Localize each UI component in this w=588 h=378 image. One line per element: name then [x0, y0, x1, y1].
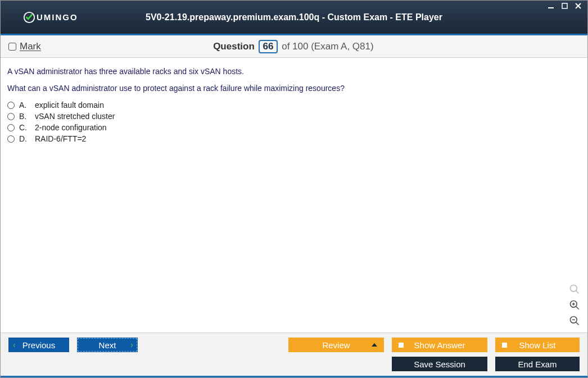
- show-answer-button[interactable]: Show Answer: [392, 338, 487, 352]
- chevron-left-icon: ‹: [13, 340, 16, 349]
- maximize-button[interactable]: [560, 2, 569, 11]
- options-list: A. explicit fault domain B. vSAN stretch…: [7, 101, 581, 143]
- save-session-button[interactable]: Save Session: [392, 357, 487, 371]
- mark-checkbox[interactable]: Mark: [8, 41, 41, 52]
- stop-icon: [399, 343, 404, 348]
- logo-text: UMINGO: [37, 12, 78, 22]
- zoom-out-button[interactable]: [568, 315, 581, 327]
- radio-icon: [7, 135, 15, 143]
- question-para-2: What can a vSAN administrator use to pro…: [7, 84, 581, 93]
- triangle-up-icon: [372, 343, 377, 347]
- close-icon: [575, 3, 582, 10]
- footer-row-1: ‹ Previous Next › Review Show Answer Sho…: [8, 338, 580, 352]
- info-bar: Mark Question 66 of 100 (Exam A, Q81): [1, 35, 587, 58]
- show-list-button[interactable]: Show List: [495, 338, 580, 352]
- svg-rect-1: [548, 7, 554, 8]
- close-button[interactable]: [574, 2, 583, 11]
- zoom-tools: [568, 283, 581, 327]
- zoom-in-button[interactable]: [568, 299, 581, 311]
- option-letter: D.: [19, 134, 30, 143]
- option-text: 2-node configuration: [35, 123, 107, 132]
- maximize-icon: [562, 3, 568, 10]
- radio-icon: [7, 124, 15, 131]
- svg-line-4: [576, 291, 579, 294]
- svg-line-10: [576, 322, 579, 325]
- footer-bar: ‹ Previous Next › Review Show Answer Sho…: [1, 333, 587, 377]
- end-exam-label: End Exam: [518, 359, 557, 369]
- mark-label: Mark: [20, 41, 41, 52]
- svg-point-3: [571, 285, 577, 292]
- search-button[interactable]: [568, 283, 581, 295]
- window-title: 5V0-21.19.prepaway.premium.exam.100q - C…: [1, 12, 587, 22]
- zoom-in-icon: [569, 299, 580, 311]
- review-label: Review: [322, 340, 350, 350]
- option-d[interactable]: D. RAID-6/FTT=2: [7, 134, 581, 143]
- checkmark-icon: [23, 11, 35, 24]
- option-text: RAID-6/FTT=2: [35, 134, 86, 143]
- next-button[interactable]: Next ›: [77, 338, 138, 352]
- save-session-label: Save Session: [414, 359, 465, 369]
- svg-line-6: [576, 307, 579, 309]
- minimize-button[interactable]: [547, 2, 556, 11]
- question-context: of 100 (Exam A, Q81): [282, 41, 373, 52]
- previous-button[interactable]: ‹ Previous: [8, 338, 69, 352]
- end-exam-button[interactable]: End Exam: [495, 357, 580, 371]
- option-text: explicit fault domain: [35, 101, 104, 110]
- minimize-icon: [548, 3, 555, 10]
- option-b[interactable]: B. vSAN stretched cluster: [7, 112, 581, 121]
- search-icon: [569, 284, 580, 295]
- option-letter: B.: [19, 112, 30, 121]
- next-label: Next: [99, 340, 116, 350]
- question-content: A vSAN administrator has three available…: [1, 58, 587, 333]
- app-window: UMINGO 5V0-21.19.prepaway.premium.exam.1…: [0, 0, 588, 378]
- question-para-1: A vSAN administrator has three available…: [7, 67, 581, 76]
- previous-label: Previous: [22, 340, 55, 350]
- window-controls: [547, 2, 583, 11]
- review-button[interactable]: Review: [288, 338, 384, 352]
- radio-icon: [7, 113, 15, 120]
- question-word: Question: [213, 41, 255, 52]
- footer-row-2: Save Session End Exam: [8, 357, 580, 371]
- stop-icon: [502, 343, 507, 348]
- show-answer-label: Show Answer: [414, 340, 465, 350]
- app-logo: UMINGO: [23, 11, 78, 24]
- option-c[interactable]: C. 2-node configuration: [7, 123, 581, 132]
- radio-icon: [7, 102, 15, 109]
- question-number: 66: [259, 40, 278, 53]
- checkbox-icon: [8, 43, 16, 51]
- zoom-out-icon: [569, 315, 580, 326]
- option-text: vSAN stretched cluster: [35, 112, 115, 121]
- title-bar: UMINGO 5V0-21.19.prepaway.premium.exam.1…: [1, 1, 587, 35]
- option-letter: A.: [19, 101, 30, 110]
- chevron-right-icon: ›: [130, 340, 133, 349]
- show-list-label: Show List: [519, 340, 555, 350]
- option-letter: C.: [19, 123, 30, 132]
- svg-rect-2: [562, 3, 567, 8]
- question-indicator: Question 66 of 100 (Exam A, Q81): [41, 40, 546, 53]
- option-a[interactable]: A. explicit fault domain: [7, 101, 581, 110]
